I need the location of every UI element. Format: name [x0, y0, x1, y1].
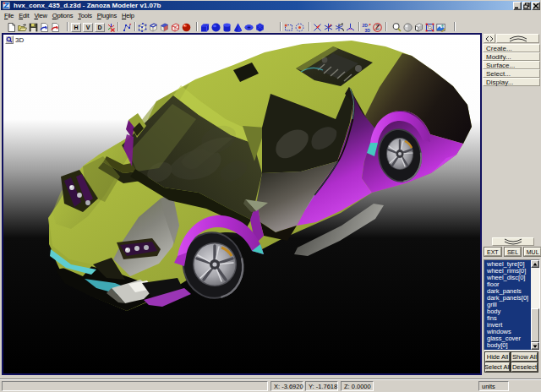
toolbar-group [392, 22, 445, 32]
status-units-field: units [478, 381, 509, 391]
panel-collapse-bottom-button[interactable] [492, 237, 534, 246]
toolbar-separator [196, 22, 198, 31]
shade-solid-icon[interactable] [414, 23, 424, 32]
toolbar-separator [309, 22, 310, 31]
menu-view[interactable]: View [31, 11, 49, 20]
background-image-icon[interactable] [436, 23, 445, 32]
mode-mul-button[interactable]: MUL [524, 248, 541, 256]
toolbar-separator [117, 22, 119, 31]
level-vertices-icon[interactable] [138, 23, 147, 32]
rollout-create[interactable]: Create... [483, 44, 540, 52]
view-v-icon[interactable]: V [83, 23, 93, 32]
menu-plugins[interactable]: Plugins [95, 11, 119, 20]
new-file-icon[interactable] [7, 23, 16, 32]
mode-sel-button[interactable]: SEL [505, 248, 522, 256]
import-file-icon[interactable] [40, 23, 49, 32]
level-edges-icon[interactable] [149, 23, 158, 32]
zbuffer-icon[interactable]: Z [373, 23, 382, 32]
hide-all-button[interactable]: Hide All [485, 352, 510, 362]
rollout-select[interactable]: Select... [483, 69, 540, 78]
select-all-button[interactable]: Select All [485, 362, 510, 372]
toolbar-separator [385, 22, 387, 31]
save-file-icon[interactable] [29, 23, 38, 32]
create-torus-icon[interactable] [244, 23, 254, 32]
toolbar-separator [454, 22, 456, 31]
delete-axes-icon[interactable] [107, 23, 116, 32]
rollout-surface[interactable]: Surface... [483, 61, 540, 69]
scroll-down-button[interactable] [531, 342, 539, 350]
viewport-name: 3D [15, 36, 24, 44]
main-area: 3D Create...Modify...Surface...Select...… [0, 32, 541, 378]
toolbar-separator [67, 22, 68, 31]
shade-textured-icon[interactable] [425, 23, 434, 32]
action-buttons: Hide AllShow AllSelect AllDeselect [485, 352, 541, 372]
select-rectangle-icon[interactable] [284, 23, 293, 32]
scroll-up-icon [533, 262, 538, 267]
minimize-button[interactable] [513, 2, 522, 10]
toolbar-group [284, 22, 304, 32]
toolbar-group [138, 22, 191, 32]
viewport-3d[interactable]: 3D [2, 33, 482, 375]
status-y-field: Y: -1.7618 [305, 381, 338, 391]
materials-icon[interactable] [182, 23, 191, 32]
chevron-down-icon [504, 238, 522, 245]
status-x-field: X: -3.6920 [270, 381, 303, 391]
break-vertices-icon[interactable] [313, 23, 322, 32]
weld-vertices-icon[interactable] [324, 23, 333, 32]
menu-edit[interactable]: Edit [16, 11, 31, 20]
chevron-up-icon [509, 35, 527, 42]
restore-button[interactable] [522, 2, 531, 10]
object-list-item[interactable]: body[0] [485, 342, 531, 349]
toolbar-group [200, 22, 265, 32]
object-list[interactable]: wheel_tyre[0]wheel_rims[0]wheel_disc[0]f… [484, 259, 540, 351]
create-cone-icon[interactable] [233, 23, 243, 32]
status-message-field [2, 381, 268, 391]
panel-toggle-button[interactable] [484, 34, 495, 43]
menu-file[interactable]: File [2, 11, 16, 20]
view-d-icon[interactable]: D [95, 23, 105, 32]
viewport-zoom-icon [6, 36, 13, 43]
deselect-button[interactable]: Deselect [511, 362, 538, 372]
show-all-button[interactable]: Show All [511, 352, 538, 362]
menu-tools[interactable]: Tools [75, 11, 95, 20]
level-faces-icon[interactable] [160, 23, 169, 32]
edit-vertices-icon[interactable] [123, 23, 132, 32]
scrollbar-thumb[interactable] [531, 308, 539, 342]
open-file-icon[interactable] [18, 23, 27, 32]
mode-buttons: EXTSELMUL [484, 248, 541, 256]
create-box-icon[interactable] [200, 23, 210, 32]
toolbar: HVD2D3DZ [0, 21, 541, 32]
toolbar-group: HVD [71, 22, 116, 32]
close-button[interactable] [532, 2, 540, 10]
select-circle-icon[interactable] [295, 23, 304, 32]
panel-toggle-icon [485, 35, 494, 42]
create-cylinder-icon[interactable] [222, 23, 232, 32]
mode-ext-button[interactable]: EXT [484, 248, 501, 256]
status-bar: X: -3.6920 Y: -1.7618 Z: 0.0000 units [0, 378, 541, 392]
viewport-menu-button[interactable] [5, 35, 14, 44]
window-title: hvx_conx_435_d.z3d - Zanoza Modeler v1.0… [14, 1, 161, 10]
unweld-vertices-icon[interactable] [335, 23, 344, 32]
create-geosphere-icon[interactable] [255, 23, 265, 32]
toolbar-group [7, 22, 60, 32]
rollout-modify[interactable]: Modify... [483, 52, 540, 61]
menu-help[interactable]: Help [119, 11, 137, 20]
level-objects-icon[interactable] [171, 23, 180, 32]
object-list-scrollbar[interactable] [531, 260, 539, 350]
title-bar: hvx_conx_435_d.z3d - Zanoza Modeler v1.0… [1, 1, 540, 10]
create-sphere-icon[interactable] [211, 23, 221, 32]
normals-icon[interactable] [346, 23, 355, 32]
toolbar-group [123, 22, 132, 32]
zoom-icon[interactable] [392, 23, 402, 32]
side-panel: Create...Modify...Surface...Select...Dis… [482, 32, 541, 378]
scroll-up-button[interactable] [531, 260, 539, 268]
shade-smooth-icon[interactable] [403, 23, 413, 32]
rollout-display[interactable]: Display... [483, 78, 540, 86]
toggle-2d3d-icon[interactable]: 2D3D [362, 23, 371, 32]
view-h-icon[interactable]: H [71, 23, 81, 32]
menu-options[interactable]: Options [50, 11, 75, 20]
panel-collapse-top-button[interactable] [496, 34, 539, 43]
restore-icon [523, 3, 530, 9]
export-file-icon[interactable] [51, 23, 60, 32]
toolbar-separator [134, 22, 136, 31]
